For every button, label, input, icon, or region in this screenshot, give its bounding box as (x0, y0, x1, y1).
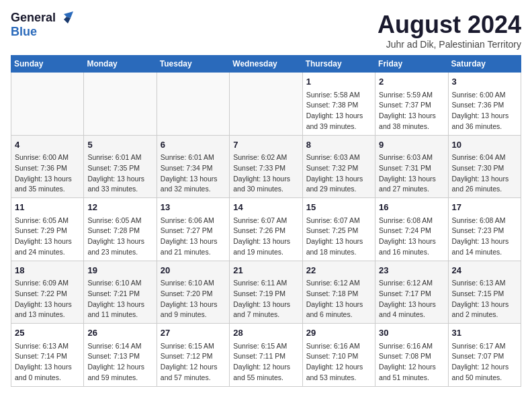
day-info: Sunrise: 6:03 AM Sunset: 7:31 PM Dayligh… (379, 152, 444, 195)
calendar-cell: 17Sunrise: 6:08 AM Sunset: 7:23 PM Dayli… (448, 198, 521, 261)
calendar-subtitle: Juhr ad Dik, Palestinian Territory (378, 39, 521, 50)
calendar-cell (11, 73, 84, 136)
day-number: 14 (233, 201, 298, 214)
calendar-cell: 2Sunrise: 5:59 AM Sunset: 7:37 PM Daylig… (375, 73, 448, 136)
calendar-cell: 19Sunrise: 6:10 AM Sunset: 7:21 PM Dayli… (84, 261, 157, 324)
day-info: Sunrise: 6:15 AM Sunset: 7:12 PM Dayligh… (161, 341, 226, 383)
day-info: Sunrise: 6:05 AM Sunset: 7:28 PM Dayligh… (87, 216, 152, 258)
calendar-cell: 4Sunrise: 6:00 AM Sunset: 7:36 PM Daylig… (11, 135, 84, 198)
day-info: Sunrise: 6:11 AM Sunset: 7:19 PM Dayligh… (233, 278, 298, 320)
day-number: 26 (87, 326, 152, 340)
calendar-cell: 31Sunrise: 6:17 AM Sunset: 7:07 PM Dayli… (448, 324, 521, 387)
day-number: 21 (233, 264, 298, 277)
calendar-cell: 7Sunrise: 6:02 AM Sunset: 7:33 PM Daylig… (230, 135, 302, 198)
calendar-cell: 24Sunrise: 6:13 AM Sunset: 7:15 PM Dayli… (448, 261, 521, 324)
title-block: August 2024 Juhr ad Dik, Palestinian Ter… (378, 11, 521, 50)
calendar-week-4: 18Sunrise: 6:09 AM Sunset: 7:22 PM Dayli… (11, 261, 521, 324)
weekday-header-thursday: Thursday (302, 56, 375, 73)
calendar-cell: 11Sunrise: 6:05 AM Sunset: 7:29 PM Dayli… (11, 198, 84, 261)
calendar-week-1: 1Sunrise: 5:58 AM Sunset: 7:38 PM Daylig… (11, 73, 521, 136)
weekday-header-sunday: Sunday (11, 56, 84, 73)
calendar-cell: 22Sunrise: 6:12 AM Sunset: 7:18 PM Dayli… (302, 261, 375, 324)
calendar-cell: 12Sunrise: 6:05 AM Sunset: 7:28 PM Dayli… (84, 198, 157, 261)
calendar-cell: 21Sunrise: 6:11 AM Sunset: 7:19 PM Dayli… (230, 261, 302, 324)
day-number: 8 (306, 138, 371, 152)
day-number: 9 (379, 138, 444, 152)
calendar-cell: 30Sunrise: 6:16 AM Sunset: 7:08 PM Dayli… (375, 324, 448, 387)
logo-bird-icon (58, 11, 73, 24)
day-number: 24 (452, 264, 517, 277)
day-info: Sunrise: 6:00 AM Sunset: 7:36 PM Dayligh… (452, 90, 517, 132)
calendar-cell: 26Sunrise: 6:14 AM Sunset: 7:13 PM Dayli… (84, 324, 157, 387)
day-info: Sunrise: 6:06 AM Sunset: 7:27 PM Dayligh… (161, 216, 226, 258)
day-number: 20 (161, 264, 226, 277)
calendar-title: August 2024 (378, 11, 521, 39)
day-info: Sunrise: 6:12 AM Sunset: 7:17 PM Dayligh… (379, 278, 444, 320)
day-info: Sunrise: 6:16 AM Sunset: 7:10 PM Dayligh… (306, 341, 371, 383)
day-number: 5 (87, 138, 152, 152)
weekday-header-row: SundayMondayTuesdayWednesdayThursdayFrid… (11, 56, 521, 73)
weekday-header-friday: Friday (375, 56, 448, 73)
calendar-cell: 27Sunrise: 6:15 AM Sunset: 7:12 PM Dayli… (157, 324, 229, 387)
calendar-cell: 20Sunrise: 6:10 AM Sunset: 7:20 PM Dayli… (157, 261, 229, 324)
svg-marker-0 (64, 11, 73, 18)
day-number: 13 (161, 201, 226, 214)
day-number: 10 (452, 138, 517, 152)
day-number: 1 (306, 75, 371, 89)
day-info: Sunrise: 6:15 AM Sunset: 7:11 PM Dayligh… (233, 341, 298, 383)
svg-marker-1 (64, 17, 71, 24)
logo-general-text: General (11, 11, 56, 25)
weekday-header-monday: Monday (84, 56, 157, 73)
day-number: 15 (306, 201, 371, 214)
calendar-cell: 15Sunrise: 6:07 AM Sunset: 7:25 PM Dayli… (302, 198, 375, 261)
calendar-cell (230, 73, 302, 136)
calendar-cell: 23Sunrise: 6:12 AM Sunset: 7:17 PM Dayli… (375, 261, 448, 324)
calendar-cell: 1Sunrise: 5:58 AM Sunset: 7:38 PM Daylig… (302, 73, 375, 136)
calendar-week-2: 4Sunrise: 6:00 AM Sunset: 7:36 PM Daylig… (11, 135, 521, 198)
calendar-table: SundayMondayTuesdayWednesdayThursdayFrid… (11, 55, 521, 387)
weekday-header-saturday: Saturday (448, 56, 521, 73)
calendar-cell (157, 73, 229, 136)
day-number: 4 (15, 138, 80, 152)
calendar-cell: 13Sunrise: 6:06 AM Sunset: 7:27 PM Dayli… (157, 198, 229, 261)
day-info: Sunrise: 6:05 AM Sunset: 7:29 PM Dayligh… (15, 216, 80, 258)
day-info: Sunrise: 6:04 AM Sunset: 7:30 PM Dayligh… (452, 152, 517, 195)
calendar-cell: 14Sunrise: 6:07 AM Sunset: 7:26 PM Dayli… (230, 198, 302, 261)
day-info: Sunrise: 6:13 AM Sunset: 7:14 PM Dayligh… (15, 341, 80, 383)
day-number: 11 (15, 201, 80, 214)
calendar-cell: 16Sunrise: 6:08 AM Sunset: 7:24 PM Dayli… (375, 198, 448, 261)
day-number: 12 (87, 201, 152, 214)
day-number: 19 (87, 264, 152, 277)
calendar-cell: 10Sunrise: 6:04 AM Sunset: 7:30 PM Dayli… (448, 135, 521, 198)
calendar-cell: 25Sunrise: 6:13 AM Sunset: 7:14 PM Dayli… (11, 324, 84, 387)
day-number: 27 (161, 326, 226, 340)
day-number: 29 (306, 326, 371, 340)
day-number: 30 (379, 326, 444, 340)
day-info: Sunrise: 6:01 AM Sunset: 7:34 PM Dayligh… (161, 152, 226, 195)
day-info: Sunrise: 6:03 AM Sunset: 7:32 PM Dayligh… (306, 152, 371, 195)
calendar-cell: 6Sunrise: 6:01 AM Sunset: 7:34 PM Daylig… (157, 135, 229, 198)
day-info: Sunrise: 6:08 AM Sunset: 7:23 PM Dayligh… (452, 216, 517, 258)
logo: General Blue (11, 11, 73, 39)
calendar-cell: 9Sunrise: 6:03 AM Sunset: 7:31 PM Daylig… (375, 135, 448, 198)
day-info: Sunrise: 5:59 AM Sunset: 7:37 PM Dayligh… (379, 90, 444, 132)
day-info: Sunrise: 6:09 AM Sunset: 7:22 PM Dayligh… (15, 278, 80, 320)
calendar-cell: 29Sunrise: 6:16 AM Sunset: 7:10 PM Dayli… (302, 324, 375, 387)
day-info: Sunrise: 6:07 AM Sunset: 7:25 PM Dayligh… (306, 216, 371, 258)
day-number: 6 (161, 138, 226, 152)
weekday-header-wednesday: Wednesday (230, 56, 302, 73)
day-info: Sunrise: 6:01 AM Sunset: 7:35 PM Dayligh… (87, 152, 152, 195)
calendar-cell: 8Sunrise: 6:03 AM Sunset: 7:32 PM Daylig… (302, 135, 375, 198)
day-number: 3 (452, 75, 517, 89)
day-info: Sunrise: 6:12 AM Sunset: 7:18 PM Dayligh… (306, 278, 371, 320)
day-number: 2 (379, 75, 444, 89)
logo-blue-text: Blue (11, 25, 37, 38)
day-info: Sunrise: 6:10 AM Sunset: 7:20 PM Dayligh… (161, 278, 226, 320)
page-header: General Blue August 2024 Juhr ad Dik, Pa… (11, 11, 521, 50)
day-info: Sunrise: 6:08 AM Sunset: 7:24 PM Dayligh… (379, 216, 444, 258)
calendar-week-3: 11Sunrise: 6:05 AM Sunset: 7:29 PM Dayli… (11, 198, 521, 261)
day-number: 25 (15, 326, 80, 340)
day-info: Sunrise: 6:14 AM Sunset: 7:13 PM Dayligh… (87, 341, 152, 383)
day-number: 18 (15, 264, 80, 277)
day-number: 23 (379, 264, 444, 277)
